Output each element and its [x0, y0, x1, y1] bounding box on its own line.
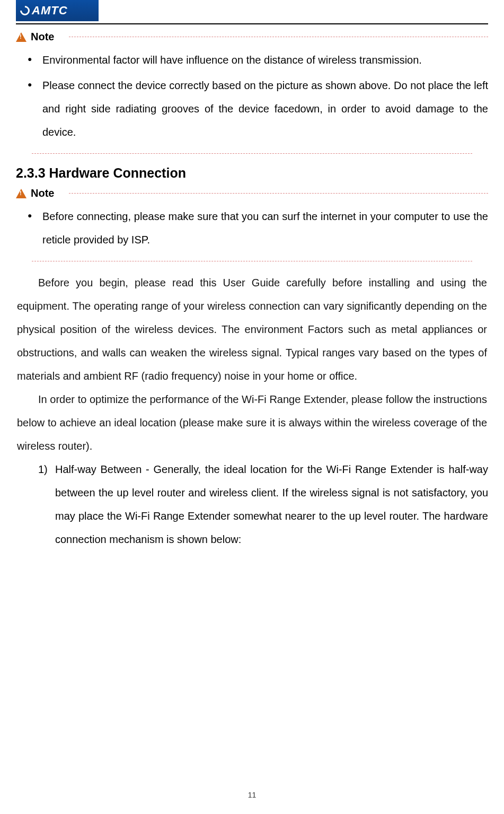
list-item: 1) Half-way Between - Generally, the ide…	[38, 458, 488, 551]
body-paragraph: Before you begin, please read this User …	[16, 271, 488, 388]
body-paragraph: In order to optimize the performance of …	[16, 388, 488, 458]
list-item: Before connecting, please make sure that…	[28, 205, 488, 251]
page-number: 11	[0, 791, 504, 799]
dashed-divider	[69, 193, 488, 194]
warning-icon	[16, 189, 26, 198]
numbered-steps: 1) Half-way Between - Generally, the ide…	[16, 458, 488, 551]
item-text: Half-way Between - Generally, the ideal …	[55, 463, 488, 545]
dashed-divider	[69, 37, 488, 37]
brand-logo: AMTC	[16, 0, 99, 21]
list-item: Environmental factor will have influence…	[28, 48, 488, 72]
note-label: Note	[31, 187, 54, 199]
dashed-divider	[32, 153, 472, 154]
note-block-2-header: Note	[16, 187, 488, 199]
note-label: Note	[31, 31, 54, 43]
brand-logo-text: AMTC	[32, 4, 68, 17]
item-number: 1)	[38, 458, 48, 481]
list-item: Please connect the device correctly base…	[28, 74, 488, 144]
swirl-icon	[18, 4, 31, 17]
header-divider	[16, 23, 488, 24]
dashed-divider	[32, 261, 472, 261]
note-1-bullets: Environmental factor will have influence…	[16, 48, 488, 144]
note-block-1-header: Note	[16, 31, 488, 43]
section-heading: 2.3.3 Hardware Connection	[16, 165, 488, 181]
warning-icon	[16, 32, 26, 42]
note-2-bullets: Before connecting, please make sure that…	[16, 205, 488, 251]
